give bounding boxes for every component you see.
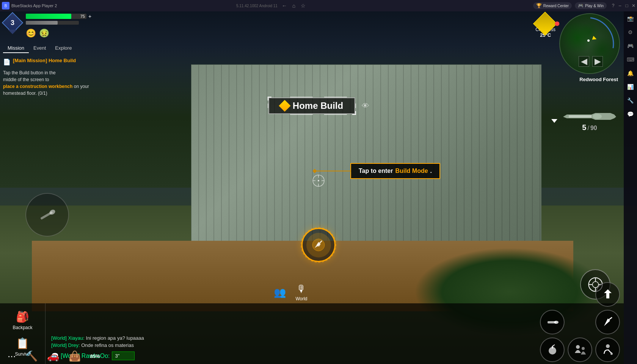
map-diamond[interactable]	[535, 13, 555, 34]
action-row-top	[540, 282, 620, 307]
play-win[interactable]: 🎮 Play & Win	[575, 2, 607, 9]
svg-point-24	[582, 347, 585, 350]
health-bar: 75	[26, 14, 86, 19]
location-name: Redwood Forest	[579, 76, 618, 83]
svg-rect-10	[569, 115, 592, 118]
minimap-nav-arrows: ◀ ▶	[579, 56, 603, 67]
ammo-current: 5	[582, 123, 586, 132]
person-social-button[interactable]: 👥	[274, 287, 286, 298]
mission-doc-icon: 📄	[3, 58, 11, 66]
world-label: World	[295, 296, 307, 301]
build-tooltip: Tap to enter Build Mode .	[350, 163, 440, 179]
soldiers-button[interactable]	[568, 337, 592, 362]
sidebar-tool-4[interactable]: 🔔	[625, 68, 636, 78]
sidebar-tool-5[interactable]: 📊	[625, 82, 636, 92]
mission-panel: Mission Event Explore 📄 [Main Mission] H…	[3, 44, 117, 98]
ammo-separator: /	[587, 125, 589, 132]
mission-highlight: place a construction workbench	[3, 84, 72, 89]
toolbar-more[interactable]: ···	[8, 350, 16, 362]
backpack-label: Backpack	[13, 325, 32, 330]
action-row-bot	[540, 337, 620, 362]
health-plus[interactable]: +	[88, 13, 91, 19]
sidebar-tool-3[interactable]: ⌨	[625, 54, 636, 65]
percent-value: 85%	[90, 353, 100, 359]
app-icon: B	[2, 2, 9, 9]
right-action-buttons	[540, 282, 620, 362]
bullet-action-button[interactable]	[540, 310, 565, 334]
chat-message-1: [World] Xiayau: Ini region apa ya? lupaa…	[51, 335, 618, 341]
emotions-area: 😊 🤢	[26, 28, 49, 38]
nav-left-button[interactable]: ◀	[579, 56, 589, 67]
spacer2	[568, 282, 592, 307]
bluestacks-sidebar: 📸 ⚙ 🎮 ⌨ 🔔 📊 🔧 💬	[624, 11, 637, 364]
world-mic-button[interactable]: 🎙 World	[295, 283, 307, 301]
sad-icon: 🤢	[39, 28, 49, 38]
weapon-dropdown[interactable]	[551, 118, 557, 124]
toolbar-craft[interactable]: 🔨	[25, 350, 38, 362]
bottom-hud: 🎒 Backpack 📋 Survive [World] Xiayau: Ini…	[0, 303, 624, 364]
sidebar-tool-7[interactable]: 💬	[625, 109, 636, 119]
tab-explore[interactable]: Explore	[50, 44, 76, 53]
hud-bars: 75 +	[26, 13, 109, 26]
home-build-title: Home Build	[293, 100, 343, 111]
location-text: Redwood Forest	[579, 77, 618, 82]
bottom-center-actions: 👥 🎙 World	[274, 283, 307, 301]
close-button[interactable]: ✕	[630, 2, 637, 9]
win-icon: 🎮	[578, 3, 584, 8]
action-row-mid	[540, 310, 620, 334]
crouch-button[interactable]	[595, 337, 620, 362]
help-button[interactable]: ?	[610, 2, 617, 9]
bullet-action-icon	[546, 315, 559, 329]
home-build-frame[interactable]: Home Build	[268, 97, 355, 114]
drive-icon: 🚗	[47, 350, 59, 362]
grenade-button[interactable]	[540, 337, 565, 362]
tooltip-build-mode: Build Mode	[395, 168, 428, 174]
tooltip-box: Tap to enter Build Mode .	[350, 163, 440, 179]
crouch-icon	[601, 343, 615, 357]
sprint-button[interactable]	[595, 282, 620, 307]
tooltip-line	[313, 171, 351, 171]
app-title: BlueStacks App Player 2	[11, 3, 234, 8]
nav-bookmark-button[interactable]: ☆	[300, 2, 307, 9]
movement-joystick[interactable]	[25, 193, 69, 237]
tab-event[interactable]: Event	[29, 44, 50, 53]
happy-icon: 😊	[26, 28, 36, 38]
backpack-button[interactable]: 🎒 Backpack	[13, 311, 32, 330]
svg-point-11	[593, 114, 602, 119]
nav-right-button[interactable]: ▶	[592, 56, 603, 67]
svg-point-23	[576, 345, 580, 349]
person-icon: 👥	[274, 287, 286, 298]
bottom-toolbar: ··· 🔨 🚗 👜 85%	[0, 350, 159, 362]
sidebar-tool-screenshot[interactable]: 📸	[625, 13, 636, 24]
weapon-chevron[interactable]	[551, 119, 557, 123]
stamina-fill	[26, 21, 58, 25]
health-value: 75	[80, 14, 85, 19]
mission-tabs: Mission Event Explore	[3, 44, 117, 53]
nav-home-button[interactable]: ⌂	[290, 2, 298, 9]
craft-icon: 🔨	[25, 350, 38, 362]
bag-icon: 👜	[69, 350, 81, 362]
home-build-diamond	[279, 100, 290, 111]
chat-text-2: Onde refina os materias	[81, 342, 134, 348]
stamina-bar	[26, 21, 79, 25]
reward-center[interactable]: 🏆 Reward Center	[533, 2, 572, 9]
eye-icon[interactable]: 👁	[362, 102, 369, 110]
minimize-button[interactable]: –	[617, 2, 623, 9]
sidebar-tool-6[interactable]: 🔧	[625, 95, 636, 106]
sidebar-tool-2[interactable]: 🎮	[625, 41, 636, 51]
combat-button[interactable]	[595, 310, 620, 334]
toolbar-bag[interactable]: 👜	[69, 350, 81, 362]
chat-message-2: [World] Drey: Onde refina os materias	[51, 342, 618, 348]
backpack-icon: 🎒	[16, 311, 29, 323]
nav-back-button[interactable]: ←	[281, 2, 288, 9]
tab-mission[interactable]: Mission	[3, 44, 29, 53]
build-btn-outer[interactable]	[301, 228, 336, 262]
svg-rect-19	[548, 321, 556, 323]
crosshair	[311, 173, 326, 191]
svg-point-26	[610, 353, 613, 355]
build-button[interactable]	[301, 228, 336, 262]
titlebar: B BlueStacks App Player 2 5.11.42.1002 A…	[0, 0, 637, 11]
toolbar-drive[interactable]: 🚗	[47, 350, 59, 362]
sidebar-tool-1[interactable]: ⚙	[625, 27, 636, 38]
maximize-button[interactable]: □	[623, 2, 630, 9]
